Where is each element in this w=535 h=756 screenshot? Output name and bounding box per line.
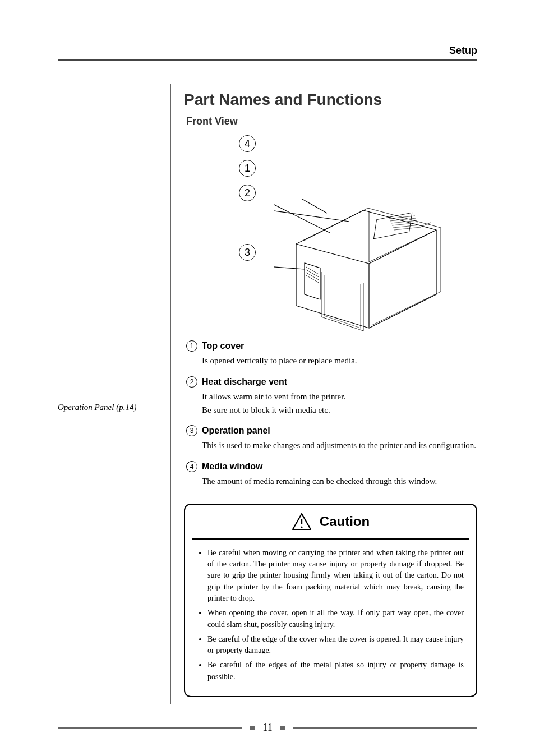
callout-1: 1 [239,160,256,177]
footer-rule-left [58,727,242,729]
svg-point-19 [301,526,302,528]
item-heat-discharge-vent: 2Heat discharge vent It allows warm air … [186,376,477,417]
section-header: Setup [449,45,477,57]
svg-line-15 [274,204,349,222]
callout-3: 3 [239,244,256,261]
callout-number: 4 [239,135,256,152]
item-number: 3 [186,425,197,436]
svg-line-14 [274,199,330,233]
caution-bullet: Be careful of the edge of the cover when… [207,634,464,657]
item-top-cover: 1Top cover Is opened vertically to place… [186,340,477,367]
item-number: 2 [186,376,197,388]
item-body: It allows warm air to vent from the prin… [202,391,477,417]
page-title: Part Names and Functions [184,91,477,109]
footer-rule-right [293,727,477,729]
main-content: Part Names and Functions Front View 4 1 … [184,84,477,697]
callout-2: 2 [239,185,256,201]
callout-number: 2 [239,185,256,201]
part-descriptions: 1Top cover Is opened vertically to place… [184,340,477,488]
item-title-text: Operation panel [202,426,270,436]
svg-line-6 [393,225,419,228]
front-view-figure: 4 1 2 3 [184,132,477,331]
svg-line-16 [274,263,305,269]
footer-square-icon [280,726,285,730]
footer-square-icon [250,726,255,730]
page-number: 11 [262,722,272,734]
side-note-cross-reference: Operation Panel (p.14) [58,403,159,412]
caution-box: Caution Be careful when moving or carryi… [184,504,477,697]
caution-bullet: Be careful when moving or carrying the p… [207,547,464,604]
callout-number: 3 [239,244,256,261]
caution-divider [192,538,469,540]
section-subtitle: Front View [186,116,477,127]
item-number: 1 [186,340,197,352]
caution-body: Be careful when moving or carrying the p… [185,538,476,696]
printer-line-drawing [274,199,453,334]
svg-rect-8 [305,263,320,299]
svg-line-13 [274,199,327,213]
page: Setup Operation Panel (p.14) Part Names … [0,0,535,756]
item-title-text: Top cover [202,341,244,351]
caution-bullet: Be careful of the edges of the metal pla… [207,660,464,683]
item-body: The amount of media remaining can be che… [202,476,477,488]
item-operation-panel: 3Operation panel This is used to make ch… [186,425,477,452]
item-body: This is used to make changes and adjustm… [202,440,477,452]
item-media-window: 4Media window The amount of media remain… [186,461,477,488]
item-number: 4 [186,461,197,472]
caution-triangle-icon [292,513,312,531]
vertical-rule [170,84,171,704]
item-title-text: Heat discharge vent [202,377,287,387]
header-rule [58,59,477,61]
item-title-text: Media window [202,462,262,472]
caution-bullet: When opening the cover, open it all the … [207,607,464,630]
callout-number: 1 [239,160,256,177]
svg-line-7 [394,227,421,230]
item-body: Is opened vertically to place or replace… [202,355,477,367]
callout-4: 4 [239,135,256,152]
svg-line-4 [391,220,417,223]
page-footer: 11 [58,722,477,734]
caution-title: Caution [320,514,370,529]
svg-rect-1 [373,213,412,239]
